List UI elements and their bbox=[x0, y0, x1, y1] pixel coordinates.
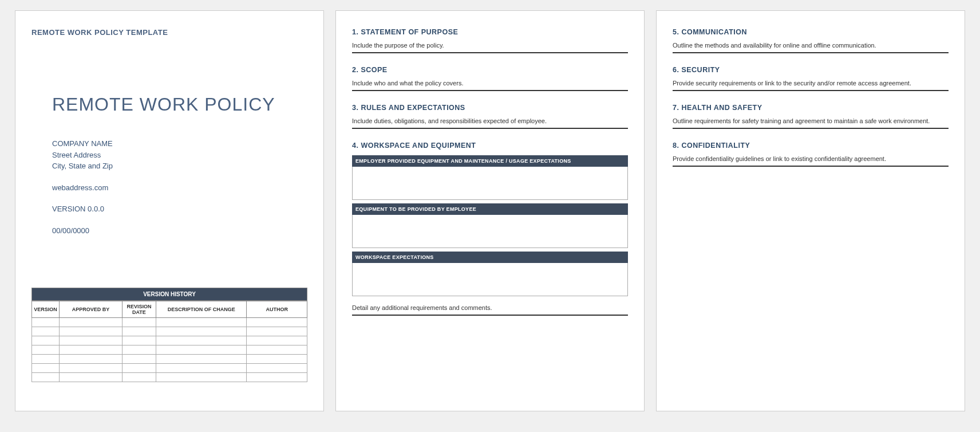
section-communication: 5. COMMUNICATION Outline the methods and… bbox=[673, 28, 949, 53]
section-text: Outline requirements for safety training… bbox=[673, 117, 949, 124]
col-version: VERSION bbox=[32, 301, 60, 318]
section-text: Include who and what the policy covers. bbox=[352, 80, 628, 87]
section-heading: 5. COMMUNICATION bbox=[673, 28, 949, 36]
company-name: COMPANY NAME bbox=[52, 138, 307, 150]
equipment-box-header: EMPLOYER PROVIDED EQUIPMENT AND MAINTENA… bbox=[352, 155, 628, 167]
section-heading: 4. WORKSPACE AND EQUIPMENT bbox=[352, 142, 628, 150]
street-address: Street Address bbox=[52, 150, 307, 161]
table-row bbox=[32, 318, 307, 327]
rule-line bbox=[673, 52, 949, 53]
table-row bbox=[32, 336, 307, 345]
version-history-table: VERSION HISTORY VERSION APPROVED BY REVI… bbox=[31, 288, 307, 382]
equipment-box-header: EQUIPMENT TO BE PROVIDED BY EMPLOYEE bbox=[352, 203, 628, 215]
section-text: Include duties, obligations, and respons… bbox=[352, 117, 628, 124]
document-page-2: 1. STATEMENT OF PURPOSE Include the purp… bbox=[335, 10, 645, 411]
rule-line bbox=[352, 128, 628, 129]
date-label: 00/00/0000 bbox=[52, 225, 307, 237]
col-approved: APPROVED BY bbox=[60, 301, 122, 318]
col-revdate: REVISION DATE bbox=[122, 301, 156, 318]
rule-line bbox=[673, 128, 949, 129]
col-author: AUTHOR bbox=[247, 301, 307, 318]
rule-line bbox=[352, 90, 628, 91]
section-scope: 2. SCOPE Include who and what the policy… bbox=[352, 66, 628, 91]
section-rules: 3. RULES AND EXPECTATIONS Include duties… bbox=[352, 104, 628, 129]
rule-line bbox=[673, 90, 949, 91]
table-row bbox=[32, 345, 307, 355]
section-workspace: 4. WORKSPACE AND EQUIPMENT EMPLOYER PROV… bbox=[352, 142, 628, 316]
section-heading: 7. HEALTH AND SAFETY bbox=[673, 104, 949, 112]
version-label: VERSION 0.0.0 bbox=[52, 203, 307, 215]
section-purpose: 1. STATEMENT OF PURPOSE Include the purp… bbox=[352, 28, 628, 53]
equipment-box-header: WORKSPACE EXPECTATIONS bbox=[352, 252, 628, 263]
document-title: REMOTE WORK POLICY bbox=[52, 94, 307, 115]
company-info-block: COMPANY NAME Street Address City, State … bbox=[52, 138, 307, 236]
section-security: 6. SECURITY Provide security requirement… bbox=[673, 66, 949, 91]
section-health-safety: 7. HEALTH AND SAFETY Outline requirement… bbox=[673, 104, 949, 129]
section-text: Provide security requirements or link to… bbox=[673, 80, 949, 87]
table-row bbox=[32, 364, 307, 373]
equipment-box-body bbox=[352, 215, 628, 248]
equipment-box-body bbox=[352, 167, 628, 200]
web-address: webaddress.com bbox=[52, 182, 307, 194]
table-row bbox=[32, 355, 307, 364]
section-text: Detail any additional requirements and c… bbox=[352, 304, 628, 311]
section-text: Outline the methods and availability for… bbox=[673, 42, 949, 49]
city-state-zip: City, State and Zip bbox=[52, 160, 307, 172]
document-page-3: 5. COMMUNICATION Outline the methods and… bbox=[656, 10, 965, 411]
section-text: Provide confidentiality guidelines or li… bbox=[673, 155, 949, 162]
section-heading: 3. RULES AND EXPECTATIONS bbox=[352, 104, 628, 112]
version-history-title: VERSION HISTORY bbox=[31, 288, 307, 301]
section-text: Include the purpose of the policy. bbox=[352, 42, 628, 49]
rule-line bbox=[673, 166, 949, 167]
version-history-grid: VERSION APPROVED BY REVISION DATE DESCRI… bbox=[31, 301, 307, 382]
equipment-box-body bbox=[352, 263, 628, 296]
document-page-1: REMOTE WORK POLICY TEMPLATE REMOTE WORK … bbox=[15, 10, 324, 411]
section-heading: 8. CONFIDENTIALITY bbox=[673, 142, 949, 150]
template-header: REMOTE WORK POLICY TEMPLATE bbox=[31, 28, 307, 37]
col-desc: DESCRIPTION OF CHANGE bbox=[156, 301, 246, 318]
section-heading: 2. SCOPE bbox=[352, 66, 628, 74]
section-heading: 6. SECURITY bbox=[673, 66, 949, 74]
table-row bbox=[32, 373, 307, 382]
table-row bbox=[32, 327, 307, 336]
section-confidentiality: 8. CONFIDENTIALITY Provide confidentiali… bbox=[673, 142, 949, 167]
rule-line bbox=[352, 315, 628, 316]
rule-line bbox=[352, 52, 628, 53]
section-heading: 1. STATEMENT OF PURPOSE bbox=[352, 28, 628, 36]
